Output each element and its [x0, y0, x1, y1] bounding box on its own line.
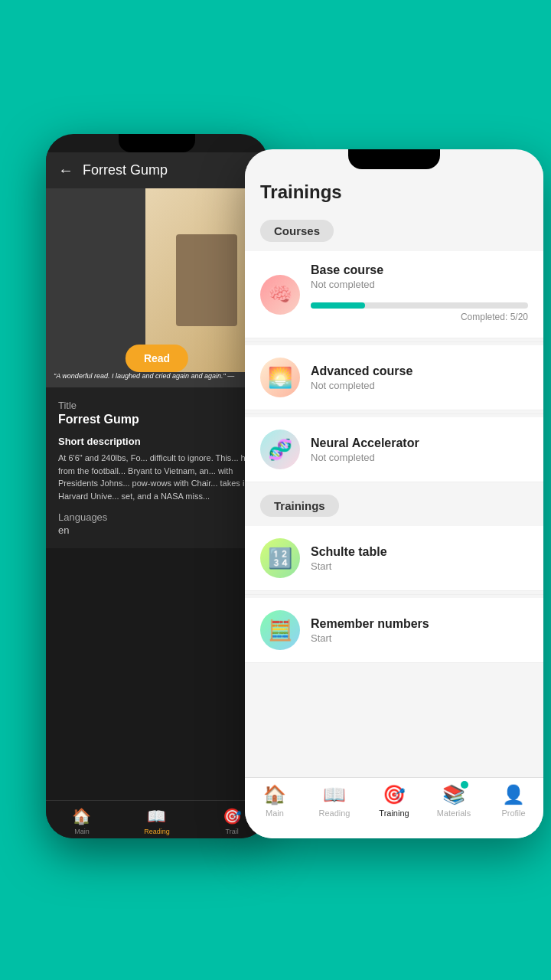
schulte-name: Schulte table: [311, 545, 528, 559]
neural-course-name: Neural Accelerator: [311, 436, 528, 450]
base-course-status: Not completed: [311, 279, 528, 290]
front-nav-training[interactable]: 🎯 Training: [364, 784, 424, 834]
neural-course-icon: 🧬: [260, 430, 300, 469]
back-nav-reading-icon: 📖: [147, 807, 166, 825]
front-phone-content: Trainings Courses 🧠 Base course Not comp…: [245, 169, 543, 797]
back-nav-trail[interactable]: 🎯 Trail: [223, 807, 242, 835]
divider-2: [245, 413, 543, 414]
book-cover-area: "A wonderful read. I laughed and cried a…: [46, 188, 268, 387]
advanced-course-name: Advanced course: [311, 364, 528, 378]
front-phone-nav: 🏠 Main 📖 Reading 🎯 Training 📚 Materials …: [245, 777, 543, 838]
remember-status: Start: [311, 632, 528, 644]
front-phone: Trainings Courses 🧠 Base course Not comp…: [245, 149, 543, 838]
front-nav-reading[interactable]: 📖 Reading: [305, 784, 364, 834]
book-cover-image: [176, 234, 237, 326]
back-arrow-icon[interactable]: ←: [58, 162, 73, 179]
lang-label: Languages: [58, 511, 256, 523]
back-phone-title: Forrest Gump: [83, 162, 168, 178]
desc-text: At 6'6" and 240lbs, Fo... difficult to i…: [58, 452, 256, 502]
schulte-icon: 🔢: [260, 538, 300, 578]
trainings-header: Trainings: [245, 169, 543, 211]
book-info: Title Forrest Gump Short description At …: [46, 387, 268, 548]
base-course-icon: 🧠: [260, 275, 300, 315]
advanced-course-info: Advanced course Not completed: [311, 364, 528, 391]
back-phone: ← Forrest Gump "A wonderful read. I laug…: [46, 134, 268, 838]
back-phone-nav: 🏠 Main 📖 Reading 🎯 Trail: [46, 800, 268, 838]
schulte-status: Start: [311, 560, 528, 572]
page-title: Trainings: [260, 181, 528, 203]
training-schulte[interactable]: 🔢 Schulte table Start: [245, 526, 543, 591]
front-nav-training-icon: 🎯: [383, 784, 406, 805]
book-quote: "A wonderful read. I laughed and cried a…: [46, 372, 268, 380]
course-advanced[interactable]: 🌅 Advanced course Not completed: [245, 345, 543, 410]
lang-value: en: [58, 524, 256, 536]
front-nav-reading-icon: 📖: [323, 784, 346, 805]
title-value: Forrest Gump: [58, 413, 256, 426]
base-course-info: Base course Not completed Completed: 5/2…: [311, 263, 528, 325]
progress-bar-fill: [311, 302, 365, 309]
front-nav-main-icon: 🏠: [263, 784, 286, 805]
front-nav-materials-label: Materials: [437, 808, 471, 818]
base-course-progress: Completed: 5/20: [311, 290, 528, 325]
remember-icon: 🧮: [260, 610, 300, 650]
progress-text: Completed: 5/20: [311, 312, 528, 322]
front-nav-main-label: Main: [266, 808, 284, 818]
remember-info: Remember numbers Start: [311, 617, 528, 644]
title-label: Title: [58, 400, 256, 411]
back-nav-main-icon: 🏠: [72, 807, 91, 825]
front-nav-materials[interactable]: 📚 Materials: [424, 784, 484, 834]
front-nav-profile[interactable]: 👤 Profile: [484, 784, 543, 834]
progress-bar-container: [311, 302, 528, 309]
courses-badge: Courses: [260, 220, 334, 242]
front-nav-profile-label: Profile: [501, 808, 525, 818]
front-nav-reading-label: Reading: [319, 808, 350, 818]
base-course-name: Base course: [311, 263, 528, 277]
back-nav-reading[interactable]: 📖 Reading: [144, 807, 170, 835]
courses-section: Courses: [245, 211, 543, 248]
trainings-badge: Trainings: [260, 495, 339, 517]
front-nav-profile-icon: 👤: [502, 784, 525, 805]
divider-3: [245, 594, 543, 595]
schulte-info: Schulte table Start: [311, 545, 528, 572]
back-nav-trail-label: Trail: [225, 828, 238, 835]
back-phone-header: ← Forrest Gump: [46, 152, 268, 188]
scene: ← Forrest Gump "A wonderful read. I laug…: [0, 0, 551, 980]
course-base[interactable]: 🧠 Base course Not completed Completed: 5…: [245, 251, 543, 338]
course-neural[interactable]: 🧬 Neural Accelerator Not completed: [245, 417, 543, 482]
materials-badge: [461, 781, 468, 789]
front-phone-notch: [348, 149, 440, 169]
front-nav-main[interactable]: 🏠 Main: [245, 784, 305, 834]
neural-course-status: Not completed: [311, 452, 528, 463]
training-remember[interactable]: 🧮 Remember numbers Start: [245, 598, 543, 663]
back-phone-notch: [119, 134, 195, 152]
divider-1: [245, 341, 543, 342]
advanced-course-icon: 🌅: [260, 358, 300, 397]
front-nav-materials-icon: 📚: [442, 784, 465, 805]
read-button[interactable]: Read: [126, 345, 188, 372]
advanced-course-status: Not completed: [311, 380, 528, 391]
back-nav-main-label: Main: [74, 828, 90, 835]
back-nav-trail-icon: 🎯: [223, 807, 242, 825]
desc-label: Short description: [58, 436, 256, 447]
back-nav-reading-label: Reading: [144, 828, 170, 835]
back-nav-main[interactable]: 🏠 Main: [72, 807, 91, 835]
remember-name: Remember numbers: [311, 617, 528, 631]
neural-course-info: Neural Accelerator Not completed: [311, 436, 528, 463]
trainings-section: Trainings: [245, 485, 543, 523]
front-nav-training-label: Training: [379, 808, 409, 818]
